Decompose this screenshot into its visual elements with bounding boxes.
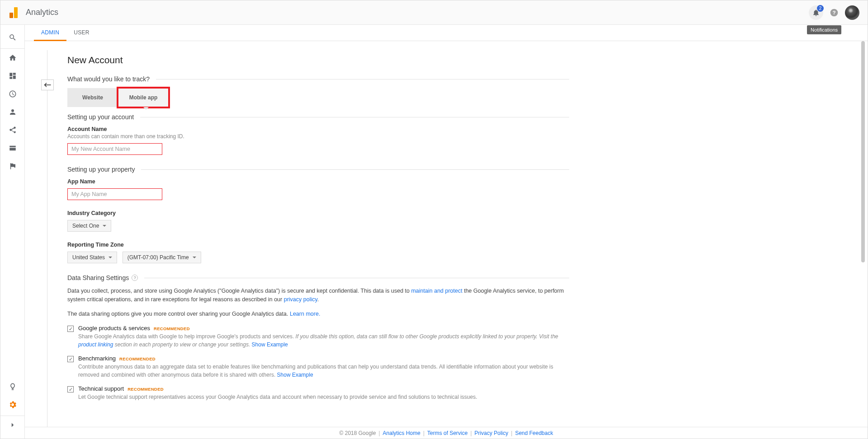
- learn-more-link[interactable]: Learn more.: [290, 311, 320, 317]
- section-sharing: Data Sharing Settings?: [67, 274, 569, 281]
- user-avatar[interactable]: [845, 5, 859, 20]
- caret-icon: [108, 257, 112, 260]
- account-name-input[interactable]: [67, 143, 162, 155]
- tz-country-dropdown[interactable]: United States: [67, 252, 117, 263]
- section-property: Setting up your property: [67, 166, 569, 173]
- app-title: Analytics: [26, 8, 58, 17]
- rail-audience[interactable]: [0, 103, 25, 121]
- share-icon: [9, 126, 17, 134]
- dashboard-icon: [9, 72, 17, 80]
- footer-privacy[interactable]: Privacy Policy: [475, 430, 509, 436]
- tab-admin[interactable]: ADMIN: [34, 25, 66, 41]
- footer-feedback[interactable]: Send Feedback: [515, 430, 553, 436]
- section-track-label: What would you like to track?: [67, 75, 150, 83]
- rail-admin[interactable]: [0, 396, 25, 414]
- industry-dropdown[interactable]: Select One: [67, 220, 111, 232]
- svg-rect-0: [14, 7, 18, 18]
- share-option-benchmarking: ✓ BenchmarkingRECOMMENDED Contribute ano…: [67, 355, 569, 379]
- notification-badge: 2: [817, 5, 824, 12]
- caret-icon: [193, 257, 196, 260]
- svg-rect-1: [9, 13, 13, 18]
- recommended-badge: RECOMMENDED: [154, 326, 190, 331]
- industry-label: Industry Category: [67, 210, 569, 216]
- notifications-button[interactable]: 2 Notifications: [809, 5, 823, 20]
- tz-country-value: United States: [72, 254, 105, 261]
- opt2-title: Benchmarking: [78, 355, 116, 362]
- rail-search[interactable]: [0, 28, 25, 47]
- checkbox-google-products[interactable]: ✓: [67, 326, 74, 332]
- opt1-desc: Share Google Analytics data with Google …: [78, 332, 569, 349]
- track-website[interactable]: Website: [67, 88, 118, 107]
- section-account-label: Setting up your account: [67, 113, 134, 121]
- app-bar: Analytics 2 Notifications ?: [0, 0, 868, 25]
- show-example-link[interactable]: Show Example: [277, 372, 313, 378]
- scrollbar[interactable]: [861, 41, 865, 262]
- sharing-intro: Data you collect, process, and store usi…: [67, 287, 569, 304]
- app-name-input[interactable]: [67, 188, 162, 200]
- opt3-desc: Let Google technical support representat…: [78, 393, 569, 401]
- tz-zone-value: (GMT-07:00) Pacific Time: [127, 254, 189, 261]
- opt3-title: Technical support: [78, 385, 124, 392]
- admin-tabs: ADMIN USER: [25, 25, 868, 41]
- footer: © 2018 Google| Analytics Home| Terms of …: [25, 427, 868, 439]
- rail-behavior[interactable]: [0, 139, 25, 157]
- share-option-tech-support: ✓ Technical supportRECOMMENDED Let Googl…: [67, 385, 569, 401]
- section-track: What would you like to track?: [67, 75, 569, 83]
- page-title: New Account: [67, 55, 569, 65]
- industry-value: Select One: [72, 223, 99, 229]
- rail-dashboards[interactable]: [0, 67, 25, 85]
- tz-zone-dropdown[interactable]: (GMT-07:00) Pacific Time: [123, 252, 201, 263]
- clock-icon: [9, 90, 17, 98]
- home-icon: [9, 54, 17, 62]
- checkbox-benchmarking[interactable]: ✓: [67, 356, 74, 362]
- rail-discover[interactable]: [0, 378, 25, 396]
- product-linking-link[interactable]: product linking: [78, 341, 113, 348]
- checkbox-tech-support[interactable]: ✓: [67, 386, 74, 392]
- bulb-icon: [9, 383, 17, 391]
- help-button[interactable]: ?: [827, 5, 841, 20]
- account-name-label: Account Name: [67, 126, 569, 132]
- recommended-badge: RECOMMENDED: [119, 356, 156, 361]
- footer-tos[interactable]: Terms of Service: [427, 430, 467, 436]
- notifications-tooltip: Notifications: [807, 25, 841, 34]
- footer-analytics-home[interactable]: Analytics Home: [383, 430, 420, 436]
- track-mobile-app[interactable]: Mobile app: [118, 88, 169, 107]
- section-sharing-label: Data Sharing Settings: [67, 274, 129, 281]
- track-type-segment: Website Mobile app: [67, 88, 169, 107]
- privacy-policy-link[interactable]: privacy policy: [284, 296, 317, 303]
- gear-icon: [8, 400, 17, 409]
- rail-realtime[interactable]: [0, 85, 25, 103]
- search-icon: [9, 33, 17, 42]
- rail-acquisition[interactable]: [0, 121, 25, 139]
- maintain-protect-link[interactable]: maintain and protect: [411, 288, 462, 294]
- tab-user[interactable]: USER: [66, 24, 97, 41]
- opt1-title: Google products & services: [78, 325, 150, 332]
- flag-icon: [9, 162, 17, 170]
- person-icon: [9, 108, 17, 116]
- section-account: Setting up your account: [67, 113, 569, 121]
- footer-copyright: © 2018 Google: [340, 430, 376, 436]
- sharing-control: The data sharing options give you more c…: [67, 310, 569, 318]
- opt2-desc: Contribute anonymous data to an aggregat…: [78, 363, 569, 379]
- rail-conversions[interactable]: [0, 157, 25, 175]
- app-name-label: App Name: [67, 178, 569, 185]
- caret-icon: [103, 225, 106, 229]
- help-icon[interactable]: ?: [132, 275, 138, 281]
- rail-home[interactable]: [0, 49, 25, 67]
- account-name-hint: Accounts can contain more than one track…: [67, 133, 569, 140]
- svg-text:?: ?: [832, 9, 835, 15]
- back-column: [25, 41, 47, 427]
- left-rail: [0, 25, 25, 439]
- question-icon: ?: [830, 8, 839, 17]
- card-icon: [9, 144, 17, 152]
- section-property-label: Setting up your property: [67, 166, 135, 173]
- show-example-link[interactable]: Show Example: [252, 341, 288, 348]
- analytics-logo-icon: [9, 7, 19, 18]
- recommended-badge: RECOMMENDED: [127, 387, 164, 392]
- share-option-google-products: ✓ Google products & servicesRECOMMENDED …: [67, 325, 569, 349]
- chevron-right-icon: [9, 421, 17, 429]
- timezone-label: Reporting Time Zone: [67, 242, 569, 248]
- rail-collapse[interactable]: [0, 416, 25, 434]
